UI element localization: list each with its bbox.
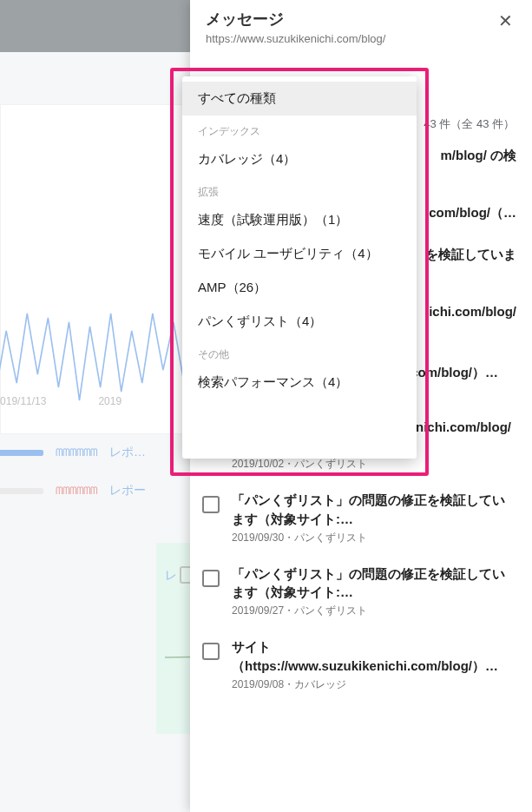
filter-all-types[interactable]: すべての種類 <box>182 82 417 116</box>
message-category: カバレッジ <box>284 678 346 690</box>
message-title: 「パンくずリスト」の問題の修正を検証しています（対象サイト:… <box>232 491 516 529</box>
filter-dropdown: すべての種類 インデックス カバレッジ（4） 拡張 速度（試験運用版）（1） モ… <box>182 76 417 459</box>
message-title: サイト（https://www.suzukikenichi.com/blog/）… <box>232 637 516 676</box>
message-checkbox[interactable] <box>202 496 220 513</box>
message-date: 2019/10/02 <box>232 458 284 470</box>
filter-section-enhancement: 拡張 <box>182 176 417 203</box>
filter-search-performance[interactable]: 検索パフォーマンス（4） <box>182 366 417 399</box>
drawer-header: メッセージ https://www.suzukikenichi.com/blog… <box>190 0 532 54</box>
filter-highlight-area: すべての種類 インデックス カバレッジ（4） 拡張 速度（試験運用版）（1） モ… <box>170 68 429 476</box>
drawer-title: メッセージ <box>206 9 385 30</box>
filter-breadcrumb[interactable]: パンくずリスト（4） <box>182 305 417 339</box>
message-category: パンくずリスト <box>284 531 367 544</box>
message-date: 2019/09/08 <box>232 678 284 690</box>
message-category: パンくずリスト <box>284 458 367 470</box>
message-title: 「パンくずリスト」の問題の修正を検証しています（対象サイト:… <box>232 564 516 603</box>
filter-section-other: その他 <box>182 339 417 366</box>
list-item[interactable]: サイト（https://www.suzukikenichi.com/blog/）… <box>190 627 532 701</box>
drawer-site-url: https://www.suzukikenichi.com/blog/ <box>206 32 385 45</box>
filter-mobile-usability[interactable]: モバイル ユーザビリティ（4） <box>182 237 417 271</box>
results-count: 43 件（全 43 件） <box>424 116 515 132</box>
list-item[interactable]: 「パンくずリスト」の問題の修正を検証しています（対象サイト:… 2019/09/… <box>190 554 532 628</box>
message-category: パンくずリスト <box>284 604 367 617</box>
message-checkbox[interactable] <box>202 570 220 587</box>
message-date: 2019/09/30 <box>232 531 284 544</box>
filter-amp[interactable]: AMP（26） <box>182 271 417 305</box>
filter-coverage[interactable]: カバレッジ（4） <box>182 142 417 176</box>
close-icon[interactable]: ✕ <box>495 9 516 33</box>
list-item[interactable]: 「パンくずリスト」の問題の修正を検証しています（対象サイト:… 2019/09/… <box>190 480 532 554</box>
filter-speed[interactable]: 速度（試験運用版）（1） <box>182 203 417 237</box>
filter-section-index: インデックス <box>182 116 417 142</box>
message-date: 2019/09/27 <box>232 604 284 617</box>
message-checkbox[interactable] <box>202 643 220 660</box>
